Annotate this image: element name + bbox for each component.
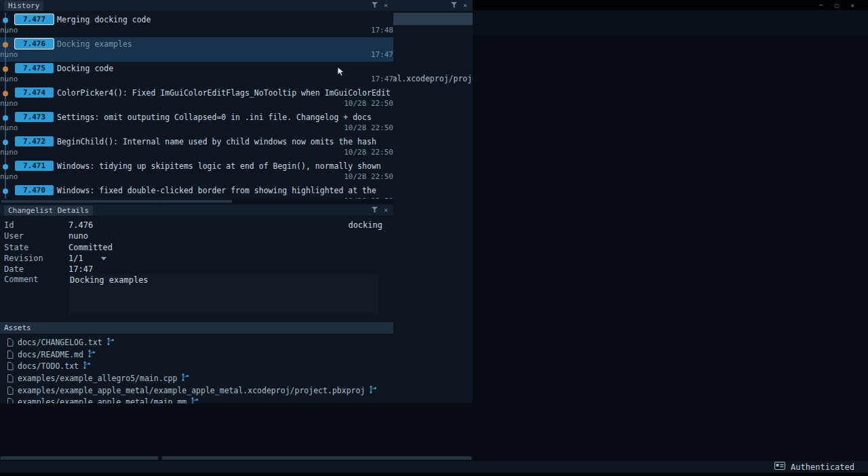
asset-file-row[interactable]: examples/example_apple_metal/example_app…: [0, 384, 393, 397]
field-state: State Committed: [4, 242, 388, 253]
history-entry[interactable]: 7.477 Merging docking code nuno 17:48: [0, 13, 393, 37]
close-icon[interactable]: ✕: [384, 2, 388, 9]
commit-dot-icon: [3, 164, 8, 170]
history-entry[interactable]: 7.471 Windows: tidying up skipitems logi…: [0, 159, 393, 184]
history-entry[interactable]: 7.470 Windows: fixed double-clicked bord…: [0, 184, 393, 199]
commit-author: nuno: [0, 196, 18, 199]
bottom-strip: [0, 473, 868, 476]
status-bar: Authenticated: [0, 461, 868, 473]
history-list: 7.477 Merging docking code nuno 17:48 7.…: [0, 13, 393, 199]
field-comment: Comment Docking examples: [4, 275, 388, 314]
asset-file-path: examples/example_apple_metal/example_app…: [18, 386, 365, 395]
assets-title: Assets: [4, 323, 31, 332]
file-icon: [7, 362, 14, 370]
field-date-label: Date: [4, 264, 68, 274]
commit-comment: ColorPicker4(): Fixed ImGuiColorEditFlag…: [57, 88, 391, 98]
history-panel-title: History: [4, 1, 43, 11]
revision-dropdown[interactable]: 1/1: [68, 254, 106, 263]
commit-author: nuno: [0, 172, 18, 182]
history-panel-header: History ✕: [0, 0, 393, 12]
close-icon[interactable]: ✕: [463, 2, 467, 9]
commit-dot-icon: [3, 115, 8, 121]
branch-icon: [191, 397, 199, 403]
field-date: Date 17:47: [4, 264, 388, 275]
commit-comment: Windows: fixed double-clicked border fro…: [57, 186, 376, 195]
branch-icon: [83, 361, 91, 372]
asset-file-path: docs/README.md: [18, 350, 83, 359]
close-icon[interactable]: ✕: [384, 207, 388, 214]
commit-comment: Settings: omit outputing Collapsed=0 in …: [57, 113, 372, 122]
history-entry[interactable]: 7.472 BeginChild(): Internal name used b…: [0, 135, 393, 159]
commit-comment: BeginChild(): Internal name used by chil…: [57, 137, 376, 146]
field-id: Id 7.476 docking: [4, 220, 388, 231]
history-entry[interactable]: 7.476 Docking examples nuno 17:47: [0, 37, 393, 62]
assets-panel: Assets docs/CHANGELOG.txt docs/README.md: [0, 322, 393, 403]
changeset-badge: 7.471: [15, 161, 54, 171]
asset-file-row[interactable]: examples/example_apple_metal/main.mm: [0, 396, 393, 403]
changeset-badge: 7.475: [15, 63, 54, 73]
assets-section-header[interactable]: Assets: [0, 322, 393, 334]
details-panel-title: Changelist Details: [4, 205, 93, 216]
field-user-label: User: [4, 231, 68, 241]
changes-horizontal-scrollbar[interactable]: [161, 456, 473, 460]
field-user-value: nuno: [68, 231, 88, 241]
field-date-value: 17:47: [68, 264, 93, 274]
field-user: User nuno: [4, 231, 388, 241]
history-entry[interactable]: 7.473 Settings: omit outputing Collapsed…: [0, 111, 393, 135]
close-button[interactable]: ✕: [851, 2, 854, 9]
field-revision-value: 1/1: [68, 254, 83, 263]
file-icon: [7, 386, 14, 395]
commit-author: nuno: [0, 147, 18, 158]
status-text: Authenticated: [791, 462, 854, 472]
details-panel-header: Changelist Details ✕: [0, 205, 393, 216]
commit-dot-icon: [3, 189, 8, 194]
chevron-down-icon: [101, 257, 106, 260]
details-fields: Id 7.476 docking User nuno State Committ…: [4, 220, 388, 314]
changeset-badge: 7.476: [15, 39, 54, 49]
field-state-label: State: [4, 243, 68, 252]
field-state-value: Committed: [68, 243, 113, 252]
history-entry[interactable]: 7.475 Docking code nuno 17:47: [0, 62, 393, 86]
file-icon: [7, 351, 14, 359]
branch-name: docking: [348, 220, 388, 230]
asset-file-row[interactable]: docs/CHANGELOG.txt: [0, 336, 393, 349]
asset-file-path: examples/example_apple_metal/main.mm: [18, 397, 186, 403]
asset-file-path: docs/CHANGELOG.txt: [18, 338, 102, 347]
branch-icon: [369, 385, 377, 396]
branch-icon: [87, 349, 96, 360]
changeset-badge: 7.473: [15, 112, 54, 122]
maximize-button[interactable]: ▢: [835, 2, 838, 9]
changeset-badge: 7.474: [15, 87, 54, 98]
minimize-button[interactable]: ─: [819, 2, 823, 9]
changeset-badge: 7.477: [15, 14, 54, 24]
filter-icon[interactable]: [451, 1, 457, 10]
commit-author: nuno: [0, 123, 18, 134]
asset-file-row[interactable]: docs/TODO.txt: [0, 360, 393, 372]
filter-icon[interactable]: [372, 205, 378, 215]
branch-icon: [181, 373, 189, 384]
branch-icon: [106, 337, 115, 348]
commit-comment: Windows: tidying up skipitems logic at e…: [57, 161, 381, 171]
commit-comment: Docking examples: [57, 39, 132, 49]
asset-file-row[interactable]: docs/README.md: [0, 349, 393, 361]
commit-time: 10/28 22:50: [344, 172, 393, 182]
comment-box[interactable]: Docking examples: [68, 275, 379, 314]
asset-file-path: examples/example_allegro5/main.cpp: [18, 374, 177, 383]
commit-comment: Merging docking code: [57, 15, 151, 24]
history-horizontal-scrollbar[interactable]: [0, 199, 393, 203]
commit-dot-icon: [3, 42, 8, 47]
changeset-badge: 7.472: [15, 136, 54, 146]
file-icon: [7, 398, 14, 403]
files-horizontal-scrollbar[interactable]: [0, 456, 159, 460]
history-entry[interactable]: 7.474 ColorPicker4(): Fixed ImGuiColorEd…: [0, 86, 393, 111]
right-column: History ✕ 7.477 Merging docking code: [0, 0, 393, 403]
commit-time: 17:47: [371, 49, 393, 60]
filter-icon[interactable]: [372, 1, 378, 10]
field-revision: Revision 1/1: [4, 253, 388, 264]
commit-dot-icon: [3, 66, 8, 72]
commit-comment: Docking code: [57, 64, 113, 73]
file-icon: [7, 338, 14, 346]
asset-file-row[interactable]: examples/example_allegro5/main.cpp: [0, 372, 393, 384]
commit-author: nuno: [0, 49, 18, 60]
field-id-value: 7.476: [68, 220, 93, 230]
